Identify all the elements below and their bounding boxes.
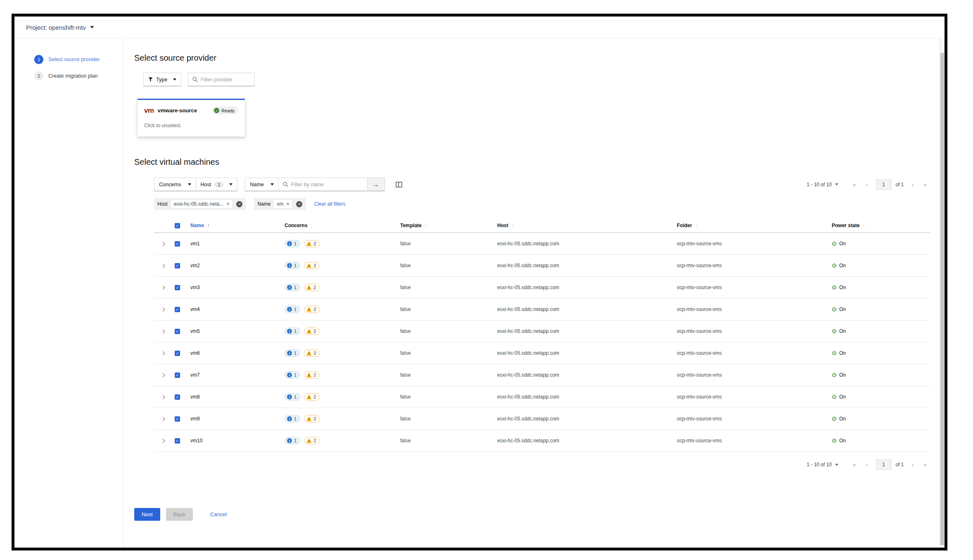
provider-search-input[interactable] [201,77,250,83]
pagination-range-dropdown[interactable]: 1 - 10 of 10 [807,462,847,467]
prev-page-button[interactable]: ‹ [862,180,872,189]
row-checkbox[interactable]: ✓ [175,416,180,422]
host-filter-dropdown[interactable]: Host 1 [196,178,238,191]
remove-chip-icon[interactable]: × [286,202,289,206]
wizard-step-select-source-provider[interactable]: 1 Select source provider [34,55,123,64]
type-filter-dropdown[interactable]: Type [143,73,181,86]
column-header-power-state[interactable]: Power state [832,223,859,228]
current-page-input[interactable] [876,459,892,470]
info-concern-badge[interactable]: i1 [285,371,300,379]
info-concern-badge[interactable]: i1 [285,327,300,335]
expand-row-icon[interactable] [161,395,165,399]
warning-concern-badge[interactable]: 2 [304,371,320,379]
prev-page-button[interactable]: ‹ [862,460,872,469]
info-concern-badge[interactable]: i1 [285,437,300,444]
info-concern-badge[interactable]: i1 [285,393,300,401]
remove-chip-icon[interactable]: × [226,202,229,206]
pagination-range-dropdown[interactable]: 1 - 10 of 10 [807,182,847,187]
pagination-range-label: 1 - 10 of 10 [807,462,832,467]
sort-icon[interactable]: ↕ [863,223,865,228]
row-checkbox[interactable]: ✓ [175,285,180,290]
expand-row-icon[interactable] [161,417,165,421]
chevron-down-icon[interactable] [90,26,94,28]
sort-icon[interactable]: ↕ [425,223,427,228]
column-header-folder[interactable]: Folder [677,223,692,228]
column-header-concerns[interactable]: Concerns [285,223,307,228]
info-concern-badge[interactable]: i1 [285,240,300,247]
back-button[interactable]: Back [166,508,193,521]
wizard-step-create-migration-plan[interactable]: 2 Create migration plan [34,71,123,81]
first-page-button[interactable]: « [849,460,860,469]
next-button[interactable]: Next [134,508,160,521]
next-page-button[interactable]: › [908,460,918,469]
first-page-button[interactable]: « [849,180,860,189]
current-page-input[interactable] [876,179,892,190]
warning-concern-badge[interactable]: 2 [304,284,320,291]
info-concern-badge[interactable]: i1 [285,284,300,291]
sort-asc-icon[interactable]: ↑ [207,223,210,228]
warning-concern-badge[interactable]: 2 [304,393,320,401]
info-concern-badge[interactable]: i1 [285,415,300,422]
info-concern-badge[interactable]: i1 [285,262,300,269]
expand-row-icon[interactable] [161,264,165,268]
next-page-button[interactable]: › [908,180,918,189]
folder-cell: ocp-mtv-source-vms [674,299,828,320]
info-concern-badge[interactable]: i1 [285,349,300,357]
warning-icon [306,351,311,356]
cancel-link[interactable]: Cancel [210,511,227,517]
row-checkbox[interactable]: ✓ [175,373,180,378]
row-checkbox[interactable]: ✓ [175,263,180,268]
info-concern-badge[interactable]: i1 [285,306,300,313]
row-checkbox[interactable]: ✓ [175,438,180,444]
step-label: Create migration plan [48,73,98,79]
vm-toolbar: Concerns Host 1 Name [154,178,930,191]
warning-concern-badge[interactable]: 2 [304,349,320,357]
clear-name-group-icon[interactable]: × [296,201,302,207]
sort-icon[interactable]: ↕ [695,223,698,228]
warning-concern-badge[interactable]: 2 [304,262,320,269]
scrollbar-thumb[interactable] [940,53,944,545]
table-row: ✓ vm10 i1 2 false esxi-hc-05.sddc.netapp… [154,430,930,452]
pagination-top: 1 - 10 of 10 « ‹ of 1 › » [807,179,930,190]
warning-concern-badge[interactable]: 2 [304,240,320,247]
provider-card-vmware-source[interactable]: vm vmware-source ✓ Ready Click to unsele… [138,99,245,137]
expand-row-icon[interactable] [161,330,165,334]
provider-name: vmware-source [158,107,197,114]
apply-filter-arrow-button[interactable]: → [368,178,385,191]
expand-row-icon[interactable] [161,439,165,443]
manage-columns-button[interactable] [396,182,402,187]
expand-row-icon[interactable] [161,242,165,246]
power-on-icon [832,351,837,356]
row-checkbox[interactable]: ✓ [175,329,180,334]
column-header-template[interactable]: Template [400,223,422,228]
project-selector[interactable]: Project: openshift-mtv [26,24,86,31]
column-header-name[interactable]: Name [190,223,204,228]
warning-concern-badge[interactable]: 2 [304,415,320,422]
expand-row-icon[interactable] [161,286,165,290]
expand-row-icon[interactable] [161,373,165,377]
vm-name-search-input[interactable] [291,182,357,187]
name-filter-dropdown[interactable]: Name [245,178,278,191]
warning-concern-badge[interactable]: 2 [304,327,320,335]
expand-row-icon[interactable] [161,351,165,356]
row-checkbox[interactable]: ✓ [175,241,180,247]
vm-name-cell: vm5 [187,320,281,342]
row-checkbox[interactable]: ✓ [175,351,180,356]
host-cell: esxi-hc-05.sddc.netapp.com [494,386,674,408]
vertical-scrollbar[interactable] [939,38,945,548]
last-page-button[interactable]: » [920,180,930,189]
select-all-checkbox[interactable]: ✓ [175,223,180,228]
concerns-filter-dropdown[interactable]: Concerns [154,178,196,191]
expand-row-icon[interactable] [161,308,165,312]
power-state-cell: On [828,255,930,277]
clear-all-filters-link[interactable]: Clear all filters [314,201,345,207]
warning-concern-badge[interactable]: 2 [304,437,320,444]
warning-concern-badge[interactable]: 2 [304,306,320,313]
column-header-host[interactable]: Host [497,223,508,228]
clear-host-group-icon[interactable]: × [236,201,242,207]
row-checkbox[interactable]: ✓ [175,307,180,312]
last-page-button[interactable]: » [920,460,930,469]
row-checkbox[interactable]: ✓ [175,394,180,400]
sort-icon[interactable]: ↕ [311,223,313,228]
sort-icon[interactable]: ↕ [512,223,514,228]
